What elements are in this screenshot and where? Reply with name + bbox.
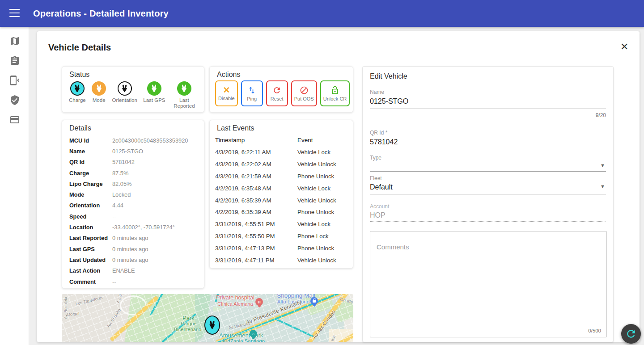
fleet-select[interactable]: Default [370,183,393,191]
edit-vehicle-title: Edit Vehicle [370,72,407,80]
hamburger-menu-icon[interactable] [9,9,20,17]
detail-row-last-action: Last ActionENABLE [69,265,200,276]
map-label-clinica-alemana: Clínica Alemana [210,301,260,307]
status-mode-label: Mode [92,97,106,103]
shopping-mall-marker[interactable] [310,297,318,306]
shield-check-icon [9,95,20,105]
status-charge-label: Charge [69,97,86,103]
status-last-reported-label: Last Reported [171,97,197,109]
refresh-icon [625,328,637,340]
unlock-icon [330,86,339,95]
fleet-select-underline [370,194,606,194]
detail-row-speed: Speed-- [69,211,200,222]
name-field-label: Name [370,89,384,95]
put-oos-button[interactable]: Put OOS [291,80,317,106]
type-dropdown-arrow-icon[interactable]: ▼ [600,163,605,168]
page-title: Vehicle Details [48,42,111,53]
events-table-header: Timestamp Event [215,137,353,143]
map-green-patch [213,307,220,311]
detail-row-mcu-id: MCU Id2c0043000c50483553353920 [69,135,200,146]
status-orientation-label: Orientation [112,97,137,103]
sidebar-item-map[interactable] [0,31,29,51]
fleet-dropdown-arrow-icon[interactable]: ▼ [600,184,605,189]
refresh-icon [272,86,281,95]
reset-button[interactable]: Reset [266,80,288,106]
event-row: 4/3/2019, 6:22:11 AMVehicle Lock [215,147,353,159]
event-row: 4/3/2019, 6:21:59 AMPhone Unlock [215,171,353,183]
detail-row-mode: ModeLocked [69,189,200,200]
refresh-fab-button[interactable] [621,324,641,344]
status-last-reported: Last Reported [171,81,197,109]
comments-textarea[interactable]: Comments 0/500 [370,231,607,337]
details-title: Details [69,124,91,132]
map-label-parque: Parque [181,321,196,326]
close-icon[interactable]: ✕ [620,42,628,52]
detail-row-last-updated: Last Updated0 minutes ago [69,254,200,265]
status-panel: Status Charge Mode Orientation Last GPS … [62,66,204,113]
sidebar-item-security[interactable] [0,90,29,110]
put-oos-label: Put OOS [294,96,314,101]
detail-row-location: Location-33.40002°, -70.591724° [69,222,200,232]
ping-button[interactable]: Ping [241,80,263,106]
detail-row-charge: Charge87.5% [69,168,200,178]
last-reported-rabbit-icon [177,81,191,96]
status-orientation: Orientation [112,81,137,109]
status-title: Status [69,71,89,79]
mode-rabbit-icon [92,81,106,96]
event-row: 4/2/2019, 6:35:39 AMPhone Unlock [215,206,353,219]
ping-label: Ping [247,96,257,101]
header-title-rest: - Detailed Inventory [84,8,169,18]
map-label-private-hospital: Private hospital [210,295,260,301]
credit-card-icon [9,114,20,125]
event-row: 4/2/2019, 6:35:48 AMVehicle Lock [215,183,353,195]
name-field[interactable]: 0125-STGO [370,97,408,105]
map-label-kidzania: KidZania Santiago [223,338,265,342]
sidebar-item-payments[interactable] [0,110,29,130]
event-row: 3/31/2019, 4:47:11 PMVehicle Unlock [215,255,353,267]
detail-row-lipo-charge: Lipo Charge82.05% [69,178,200,189]
hospital-marker[interactable]: H [255,298,263,307]
inventory-clipboard-icon [9,55,20,66]
block-icon [300,86,309,95]
sidebar-item-inventory[interactable] [0,51,29,71]
page-header-title: Operations - Detailed Inventory [33,0,169,27]
sidebar-item-devices[interactable] [0,71,29,90]
status-charge: Charge [69,81,86,109]
event-column-header: Event [297,137,313,143]
amusement-park-marker[interactable]: ⌂ [250,330,257,339]
disable-button[interactable]: ✕ Disable [215,80,238,106]
fleet-select-label: Fleet [370,175,382,181]
vehicle-location-map[interactable]: Private hospital Clínica Alemana Shoppin… [62,294,353,342]
unlock-cr-button[interactable]: Unlock CR [320,80,350,106]
event-row: 3/31/2019, 4:47:13 PMPhone Unlock [215,243,353,255]
app-header: Operations - Detailed Inventory [0,0,644,27]
edit-vehicle-panel: Edit Vehicle Name 0125-STGO 9/20 QR Id *… [362,66,614,342]
actions-panel: Actions ✕ Disable Ping Reset Put OOS Unl… [209,66,353,113]
event-row: 3/31/2019, 4:55:50 PMPhone Lock [215,231,353,243]
map-label-park: Park [182,315,195,321]
name-char-counter: 9/20 [596,112,606,118]
comments-char-counter: 0/500 [588,328,601,333]
reset-label: Reset [271,96,284,101]
status-last-gps: Last GPS [143,81,165,109]
map-icon [9,36,20,46]
account-field-underline [370,221,606,222]
comments-placeholder: Comments [377,243,409,251]
qr-id-field[interactable]: 5781042 [370,138,398,146]
event-row: 4/3/2019, 6:22:02 AMVehicle Unlock [215,159,353,171]
last-gps-rabbit-icon [147,81,161,96]
actions-title: Actions [217,71,240,79]
disable-label: Disable [218,96,235,101]
phone-ring-icon [9,75,20,86]
status-mode: Mode [92,81,106,109]
events-table-body: 4/3/2019, 6:22:11 AMVehicle Lock 4/3/201… [215,147,353,267]
vehicle-rabbit-marker[interactable] [204,316,220,335]
x-icon: ✕ [223,86,230,94]
type-select-label: Type [370,155,381,161]
left-nav-rail [0,27,29,345]
account-field-label: Account [370,203,389,210]
detail-row-name: Name0125-STGO [69,146,200,156]
qr-id-field-underline [370,149,606,149]
details-rows: MCU Id2c0043000c50483553353920 Name0125-… [69,135,200,287]
status-last-gps-label: Last GPS [143,97,165,103]
